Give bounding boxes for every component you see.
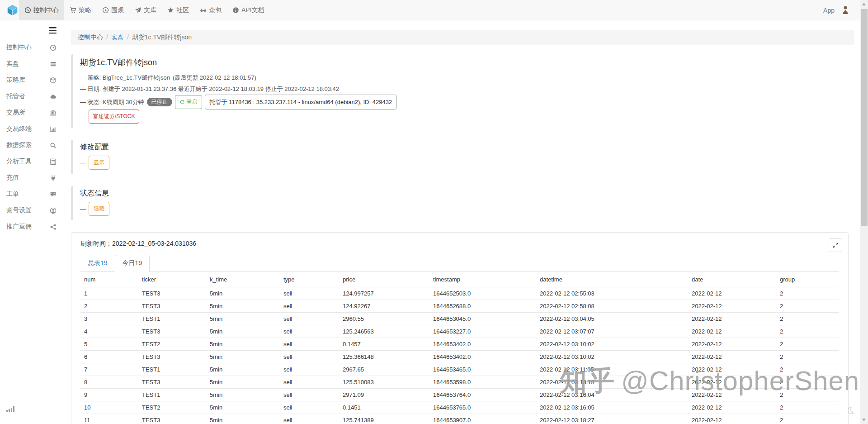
table-header-row: numtickerk_timetypepricetimestampdatetim… <box>80 272 839 287</box>
table-cell-timestamp: 1644653907.0 <box>429 414 536 424</box>
table-cell-type: sell <box>280 363 339 376</box>
table-cell-timestamp: 1644652503.0 <box>429 287 536 300</box>
status-text: — 状态: K线周期 30分钟 <box>80 96 144 108</box>
sidebar-item-recharge[interactable]: 充值 <box>0 170 63 186</box>
status-badge: 已停止 <box>147 98 172 106</box>
nav-item-strategy[interactable]: 策略 <box>64 0 97 20</box>
app-link[interactable]: App <box>823 7 835 14</box>
breadcrumb: 控制中心/实盘/期货1c.TV邮件转json <box>71 30 854 45</box>
user-avatar-icon[interactable] <box>842 5 849 15</box>
sidebar-item-label: 分析工具 <box>6 157 32 166</box>
table-cell-num: 4 <box>80 325 138 338</box>
table-row: 9TEST15minsell2971.091644653764.02022-02… <box>80 389 839 401</box>
table-cell-timestamp: 1644653765.0 <box>429 401 536 414</box>
nav-item-watch[interactable]: 围观 <box>97 0 129 20</box>
status-table-panel: 刷新时间：2022-02-12_05-03-24.031036 总表19今日19… <box>71 232 849 424</box>
table-cell-datetime: 2022-02-12 03:10:02 <box>536 338 688 351</box>
table-cell-group: 2 <box>776 389 839 401</box>
clock-icon <box>24 7 31 14</box>
nav-item-api-docs[interactable]: API文档 <box>227 0 270 20</box>
table-cell-type: sell <box>280 313 339 325</box>
table-tabs: 总表19今日19 <box>80 255 839 272</box>
table-cell-k_time: 5min <box>206 376 280 389</box>
nav-item-crowdsourcing[interactable]: 众包 <box>194 0 227 20</box>
nav-item-library[interactable]: 文库 <box>129 0 162 20</box>
main-content: 控制中心/实盘/期货1c.TV邮件转json 期货1c.TV邮件转json — … <box>63 20 860 424</box>
scrollbar-thumb[interactable] <box>861 9 868 226</box>
sidebar-item-account-settings[interactable]: 账号设置 <box>0 202 63 219</box>
strategy-line: — 策略: BigTree_1c.TV邮件转json (最后更新 2022-02… <box>80 72 849 83</box>
table-cell-datetime: 2022-02-12 03:11:05 <box>536 363 688 376</box>
table-cell-group: 2 <box>776 414 839 424</box>
tab-summary[interactable]: 总表19 <box>80 255 115 272</box>
table-cell-group: 2 <box>776 287 839 300</box>
sidebar-item-control-center[interactable]: 控制中心 <box>0 39 63 56</box>
table-cell-type: sell <box>280 389 339 401</box>
sidebar-item-tickets[interactable]: 工单 <box>0 186 63 202</box>
status-info-panel: 状态信息 — 隐藏 <box>71 186 849 220</box>
breadcrumb-control-center[interactable]: 控制中心 <box>78 33 103 41</box>
table-cell-price: 125.510083 <box>339 376 429 389</box>
navbar-right: App <box>823 0 849 20</box>
fmz-cube-logo[interactable] <box>6 4 19 16</box>
table-cell-num: 10 <box>80 401 138 414</box>
table-cell-type: sell <box>280 287 339 300</box>
nav-item-control-center[interactable]: 控制中心 <box>19 0 64 20</box>
column-header-datetime: datetime <box>536 272 688 287</box>
restart-button[interactable]: 重启 <box>175 95 202 109</box>
hamburger-icon <box>49 27 57 34</box>
sidebar-item-strategy-library[interactable]: 策略库 <box>0 72 63 88</box>
sidebar-item-data-explore[interactable]: 数据探索 <box>0 137 63 153</box>
table-cell-num: 2 <box>80 300 138 313</box>
table-cell-date: 2022-02-12 <box>688 389 776 401</box>
hide-status-button[interactable]: 隐藏 <box>89 202 109 216</box>
sidebar-item-trading-terminal[interactable]: 交易终端 <box>0 121 63 137</box>
table-cell-timestamp: 1644653598.0 <box>429 376 536 389</box>
breadcrumb-live-trading[interactable]: 实盘 <box>111 33 124 41</box>
table-cell-group: 2 <box>776 363 839 376</box>
tab-today[interactable]: 今日19 <box>115 255 150 272</box>
fullscreen-button[interactable] <box>829 238 842 252</box>
table-cell-type: sell <box>280 401 339 414</box>
sidebar-item-hosts[interactable]: 托管者 <box>0 88 63 105</box>
dashboard-icon <box>50 44 57 51</box>
sidebar-item-exchanges[interactable]: 交易所 <box>0 105 63 121</box>
strategy-updated-text: (最后更新 2022-02-12 18:01:57) <box>173 72 256 83</box>
table-cell-date: 2022-02-12 <box>688 313 776 325</box>
sidebar-item-label: 交易所 <box>6 109 25 117</box>
table-cell-date: 2022-02-12 <box>688 351 776 363</box>
breadcrumb-separator: / <box>106 33 108 41</box>
host-info-box[interactable]: 托管于 1178436 : 35.233.237.114 - linux/amd… <box>205 95 397 110</box>
column-header-group: group <box>776 272 839 287</box>
sidebar-item-live-trading[interactable]: 实盘 <box>0 56 63 72</box>
sidebar-item-label: 推广返佣 <box>6 223 32 231</box>
strategy-text: — 策略: BigTree_1c.TV邮件转json <box>80 72 170 83</box>
table-cell-price: 125.366148 <box>339 351 429 363</box>
plug-icon <box>50 175 57 181</box>
scrollbar-down-arrow[interactable] <box>862 419 866 421</box>
nav-item-label: 围观 <box>111 6 124 14</box>
table-cell-price: 125.246563 <box>339 325 429 338</box>
table-cell-timestamp: 1644653045.0 <box>429 313 536 325</box>
dark-mode-toggle[interactable] <box>845 405 855 417</box>
status-data-table: numtickerk_timetypepricetimestampdatetim… <box>80 272 839 424</box>
table-cell-price: 0.1451 <box>339 401 429 414</box>
tasks-icon <box>50 61 57 67</box>
sidebar-collapse-button[interactable] <box>0 20 63 39</box>
table-cell-datetime: 2022-02-12 02:58:08 <box>536 300 688 313</box>
sidebar-item-analysis-tools[interactable]: 分析工具 <box>0 153 63 170</box>
nav-item-community[interactable]: 社区 <box>162 0 194 20</box>
table-cell-ticker: TEST2 <box>138 338 206 351</box>
nav-item-label: 文库 <box>144 6 156 14</box>
table-cell-type: sell <box>280 338 339 351</box>
scrollbar-up-arrow[interactable] <box>862 3 866 5</box>
table-cell-k_time: 5min <box>206 414 280 424</box>
scrollbar[interactable] <box>860 0 868 424</box>
table-row: 4TEST35minsell125.2465631644653227.02022… <box>80 325 839 338</box>
column-header-type: type <box>280 272 339 287</box>
sidebar-item-referral[interactable]: 推广返佣 <box>0 219 63 235</box>
show-config-button[interactable]: 显示 <box>89 156 109 170</box>
sidebar-item-label: 充值 <box>6 174 19 182</box>
table-cell-group: 2 <box>776 376 839 389</box>
table-cell-type: sell <box>280 414 339 424</box>
